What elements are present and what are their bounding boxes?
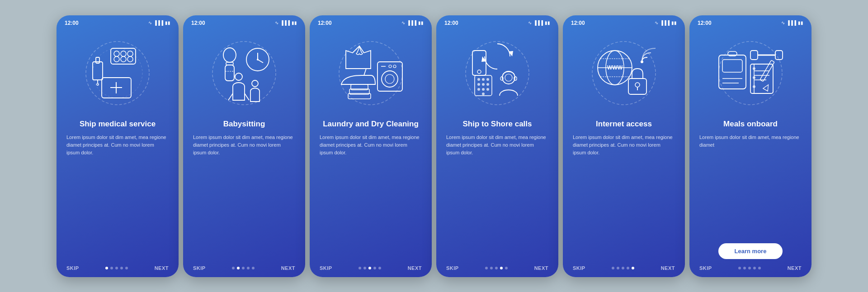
svg-point-57 bbox=[482, 88, 485, 91]
screen-title: Ship to Shore calls bbox=[453, 119, 541, 129]
battery-icon: ▮▮ bbox=[292, 20, 297, 25]
pagination-dots bbox=[612, 267, 634, 269]
bottom-navigation: SKIPNEXT bbox=[436, 262, 558, 277]
inactive-dot[interactable] bbox=[627, 267, 629, 269]
active-dot[interactable] bbox=[500, 267, 503, 269]
active-dot[interactable] bbox=[368, 267, 371, 269]
inactive-dot[interactable] bbox=[753, 267, 756, 269]
inactive-dot[interactable] bbox=[247, 267, 250, 269]
status-time: 12:00 bbox=[318, 20, 332, 26]
status-bar: 12:00 ∿ ▐▐▐ ▮▮ bbox=[563, 15, 685, 29]
next-button[interactable]: NEXT bbox=[661, 265, 675, 271]
next-button[interactable]: NEXT bbox=[534, 265, 548, 271]
inactive-dot[interactable] bbox=[232, 267, 235, 269]
next-button[interactable]: NEXT bbox=[155, 265, 169, 271]
svg-rect-79 bbox=[775, 51, 783, 60]
skip-button[interactable]: SKIP bbox=[573, 265, 585, 271]
skip-button[interactable]: SKIP bbox=[66, 265, 79, 271]
inactive-dot[interactable] bbox=[110, 267, 113, 269]
screens-container: 12:00 ∿ ▐▐▐ ▮▮ bbox=[47, 6, 821, 286]
svg-point-87 bbox=[753, 85, 755, 88]
skip-button[interactable]: SKIP bbox=[699, 265, 712, 271]
battery-icon: ▮▮ bbox=[165, 20, 170, 25]
status-icons: ∿ ▐▐▐ ▮▮ bbox=[148, 20, 170, 25]
calls-illustration bbox=[457, 32, 538, 114]
svg-point-28 bbox=[252, 80, 258, 87]
pagination-dots bbox=[232, 267, 255, 269]
inactive-dot[interactable] bbox=[120, 267, 123, 269]
inactive-dot[interactable] bbox=[617, 267, 619, 269]
svg-rect-68 bbox=[628, 79, 646, 94]
screen-body-text: Lorem ipsum dolor sit dim amet, mea regi… bbox=[563, 134, 685, 262]
svg-point-52 bbox=[486, 78, 489, 81]
svg-point-36 bbox=[389, 65, 392, 68]
inactive-dot[interactable] bbox=[125, 267, 128, 269]
inactive-dot[interactable] bbox=[748, 267, 751, 269]
bottom-navigation: SKIPNEXT bbox=[689, 262, 811, 277]
svg-point-10 bbox=[114, 56, 119, 62]
signal-icon: ▐▐▐ bbox=[280, 20, 290, 25]
status-time: 12:00 bbox=[698, 20, 712, 26]
svg-rect-47 bbox=[500, 77, 503, 80]
wifi-icon: ∿ bbox=[275, 20, 278, 25]
wifi-icon: ∿ bbox=[781, 20, 785, 25]
active-dot[interactable] bbox=[632, 267, 634, 269]
screen-body-text: Lorem ipsum dolor sit dim amet, mea regi… bbox=[436, 134, 558, 262]
svg-point-33 bbox=[382, 71, 398, 87]
phone-screen-4: 12:00 ∿ ▐▐▐ ▮▮ bbox=[436, 15, 558, 277]
pagination-dots bbox=[485, 267, 508, 269]
skip-button[interactable]: SKIP bbox=[193, 265, 206, 271]
signal-icon: ▐▐▐ bbox=[154, 20, 163, 25]
inactive-dot[interactable] bbox=[738, 267, 741, 269]
inactive-dot[interactable] bbox=[115, 267, 118, 269]
svg-point-11 bbox=[121, 56, 126, 62]
skip-button[interactable]: SKIP bbox=[320, 265, 332, 271]
inactive-dot[interactable] bbox=[490, 267, 493, 269]
phone-screen-6: 12:00 ∿ ▐▐▐ ▮▮ bbox=[689, 15, 811, 277]
inactive-dot[interactable] bbox=[505, 267, 508, 269]
next-button[interactable]: NEXT bbox=[408, 265, 422, 271]
next-button[interactable]: NEXT bbox=[788, 265, 802, 271]
bottom-navigation: SKIPNEXT bbox=[183, 262, 305, 277]
inactive-dot[interactable] bbox=[252, 267, 255, 269]
status-bar: 12:00 ∿ ▐▐▐ ▮▮ bbox=[183, 15, 305, 29]
learn-more-button[interactable]: Learn more bbox=[718, 243, 783, 259]
phone-screen-1: 12:00 ∿ ▐▐▐ ▮▮ bbox=[57, 15, 179, 277]
status-icons: ∿ ▐▐▐ ▮▮ bbox=[781, 20, 803, 25]
svg-point-85 bbox=[753, 67, 755, 70]
phone-screen-2: 12:00 ∿ ▐▐▐ ▮▮ bbox=[183, 15, 305, 277]
phone-screen-5: 12:00 ∿ ▐▐▐ ▮▮ WWW bbox=[563, 15, 685, 277]
battery-icon: ▮▮ bbox=[418, 20, 424, 25]
meals-illustration bbox=[710, 32, 791, 114]
laundry-illustration bbox=[330, 32, 411, 114]
pagination-dots bbox=[105, 267, 128, 269]
svg-point-53 bbox=[477, 83, 480, 86]
next-button[interactable]: NEXT bbox=[281, 265, 295, 271]
svg-point-8 bbox=[121, 51, 126, 56]
svg-point-34 bbox=[385, 74, 394, 83]
svg-line-23 bbox=[258, 60, 263, 63]
svg-point-5 bbox=[97, 83, 99, 85]
signal-icon: ▐▐▐ bbox=[407, 20, 416, 25]
active-dot[interactable] bbox=[105, 267, 108, 269]
inactive-dot[interactable] bbox=[612, 267, 614, 269]
inactive-dot[interactable] bbox=[758, 267, 761, 269]
status-icons: ∿ ▐▐▐ ▮▮ bbox=[401, 20, 424, 25]
status-time: 12:00 bbox=[571, 20, 585, 26]
inactive-dot[interactable] bbox=[378, 267, 381, 269]
inactive-dot[interactable] bbox=[363, 267, 366, 269]
inactive-dot[interactable] bbox=[242, 267, 245, 269]
wifi-icon: ∿ bbox=[528, 20, 532, 25]
status-icons: ∿ ▐▐▐ ▮▮ bbox=[528, 20, 550, 25]
inactive-dot[interactable] bbox=[495, 267, 498, 269]
svg-text:WWW: WWW bbox=[607, 65, 623, 71]
inactive-dot[interactable] bbox=[743, 267, 746, 269]
skip-button[interactable]: SKIP bbox=[446, 265, 459, 271]
active-dot[interactable] bbox=[237, 267, 240, 269]
inactive-dot[interactable] bbox=[373, 267, 376, 269]
inactive-dot[interactable] bbox=[622, 267, 624, 269]
inactive-dot[interactable] bbox=[485, 267, 488, 269]
svg-rect-19 bbox=[225, 65, 234, 81]
inactive-dot[interactable] bbox=[359, 267, 361, 269]
svg-rect-78 bbox=[750, 51, 758, 60]
